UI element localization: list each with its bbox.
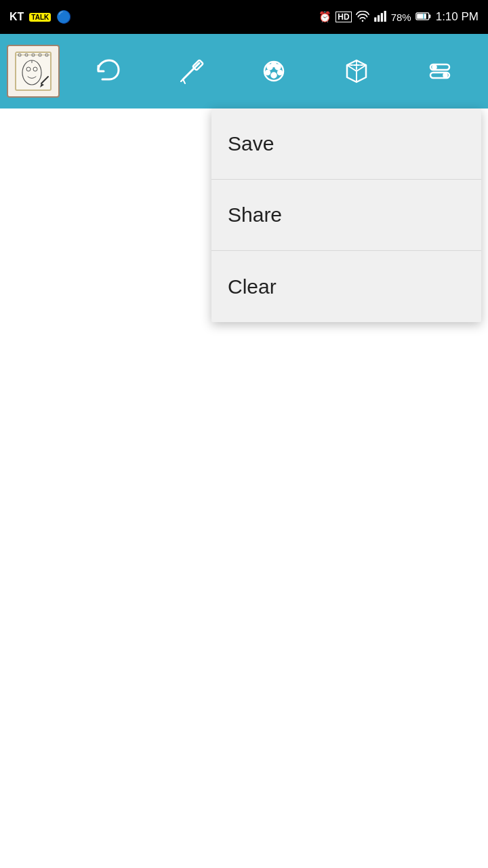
menu-item-share[interactable]: Share <box>211 180 481 251</box>
svg-rect-4 <box>384 11 386 22</box>
svg-point-28 <box>271 73 276 78</box>
battery-icon <box>415 11 432 24</box>
toolbar-buttons <box>66 47 481 95</box>
svg-line-22 <box>183 63 199 79</box>
svg-point-31 <box>272 62 276 66</box>
svg-rect-7 <box>417 14 426 19</box>
svg-point-29 <box>266 71 270 75</box>
svg-rect-1 <box>374 17 376 21</box>
svg-rect-3 <box>380 13 382 22</box>
talk-badge: TALK <box>29 13 51 22</box>
svg-rect-6 <box>428 14 430 18</box>
draw-button[interactable] <box>167 47 215 95</box>
svg-rect-2 <box>378 15 380 22</box>
svg-point-41 <box>443 74 447 77</box>
hd-icon: HD <box>336 12 351 22</box>
wifi-icon <box>356 11 369 24</box>
menu-item-clear[interactable]: Clear <box>211 251 481 322</box>
status-right: ⏰ HD 78% <box>319 10 479 24</box>
toolbar <box>0 34 488 108</box>
menu-item-save[interactable]: Save <box>211 108 481 180</box>
dropdown-menu: Save Share Clear <box>211 108 481 322</box>
color-button[interactable] <box>250 47 298 95</box>
undo-button[interactable] <box>84 47 131 95</box>
time-label: 1:10 PM <box>436 10 479 24</box>
canvas-area[interactable]: Save Share Clear <box>0 108 488 868</box>
svg-point-30 <box>278 71 282 75</box>
status-left: KT TALK 🔵 <box>9 9 71 24</box>
alarm-icon: ⏰ <box>319 11 331 23</box>
droplet-icon: 🔵 <box>56 9 71 24</box>
thumbnail-sketch-icon <box>13 51 54 92</box>
battery-percent: 78% <box>391 12 411 23</box>
svg-line-36 <box>347 65 357 71</box>
svg-point-40 <box>432 66 436 69</box>
svg-point-0 <box>361 20 363 22</box>
more-button[interactable] <box>416 47 464 95</box>
carrier-label: KT <box>9 11 24 23</box>
status-bar: KT TALK 🔵 ⏰ HD 78% <box>0 0 488 34</box>
signal-icon <box>373 11 387 24</box>
svg-line-35 <box>357 65 366 71</box>
shape-button[interactable] <box>333 47 380 95</box>
thumbnail[interactable] <box>7 45 60 98</box>
